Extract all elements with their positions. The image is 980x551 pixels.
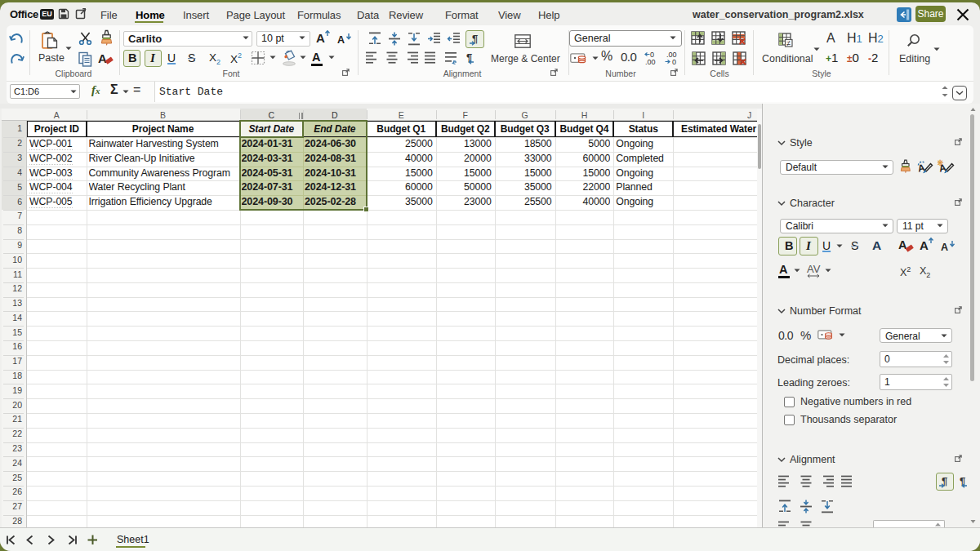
svg-text:A: A xyxy=(920,238,929,252)
svg-text:A: A xyxy=(337,34,345,46)
svg-text:0: 0 xyxy=(672,58,676,65)
svg-text:≠: ≠ xyxy=(786,39,791,47)
svg-text:.00: .00 xyxy=(645,58,656,65)
svg-text:A: A xyxy=(316,31,325,45)
svg-text:A: A xyxy=(941,242,948,253)
